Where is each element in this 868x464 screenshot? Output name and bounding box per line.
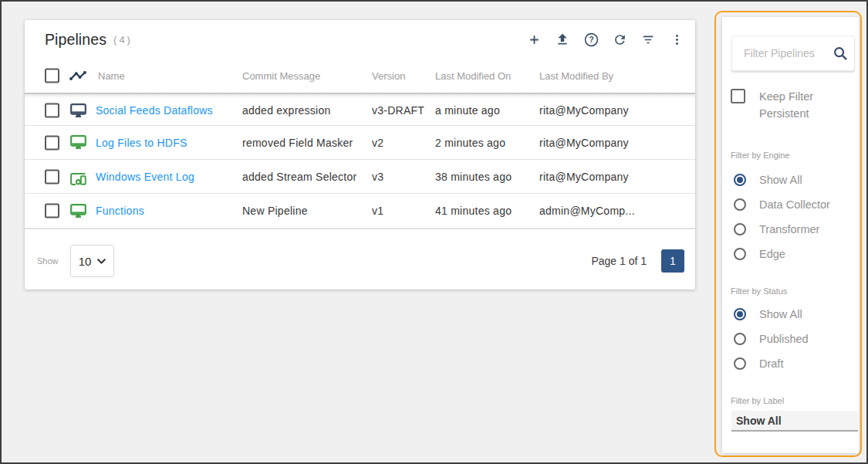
last-modified-by-cell: rita@MyCompany [539,137,629,149]
radio-label: Show All [759,308,802,320]
radio-button[interactable] [734,198,746,211]
search-icon[interactable] [833,46,848,61]
version-cell: v2 [372,137,383,149]
version-cell: v3-DRAFT [372,104,424,117]
radio-label: Draft [759,357,783,370]
svg-text:?: ? [589,35,594,44]
group-heading-filter-by-status: Filter by Status [731,286,787,296]
radio-option-data-collector[interactable]: Data Collector [722,192,859,217]
commit-message-cell: added Stream Selector [242,171,356,183]
import-pipeline-button[interactable] [555,32,570,47]
radio-option-draft[interactable]: Draft [722,351,859,376]
radio-button[interactable] [734,223,746,235]
pipeline-name-link[interactable]: Functions [96,205,144,217]
table-header-separator [25,93,695,94]
last-modified-by-cell: rita@MyCompany [539,171,629,183]
version-cell: v1 [372,205,383,217]
filter-icon [641,32,655,46]
add-pipeline-button[interactable] [526,32,542,47]
filter-by-label-heading: Filter by Label [731,396,784,405]
pipelines-card: Pipelines (4) ? Name Commit Message Vers… [25,20,695,290]
filter-sidebar: Filter Pipelines Keep Filter Persistent … [722,17,859,453]
row-checkbox[interactable] [45,204,59,218]
filter-toggle-button[interactable] [640,32,656,47]
chevron-down-icon [97,259,106,264]
last-modified-on-cell: 2 minutes ago [435,137,505,149]
column-header-version: Version [372,70,405,82]
last-modified-on-cell: 38 minutes ago [435,171,512,183]
column-header-last-modified-by: Last Modified By [539,70,613,82]
timeline-icon [69,71,86,81]
row-checkbox[interactable] [45,135,59,150]
upload-icon [556,32,569,46]
radio-option-show-all[interactable]: Show All [722,302,859,327]
radio-button[interactable] [734,174,746,186]
radio-label: Show All [759,174,802,186]
last-modified-on-cell: 41 minutes ago [435,205,512,217]
add-icon [528,33,541,46]
refresh-button[interactable] [612,32,627,47]
label-filter-value: Show All [736,415,782,427]
commit-message-cell: removed Field Masker [242,137,353,149]
page-1-button[interactable]: 1 [661,249,684,273]
label-filter-select[interactable]: Show All [731,411,858,432]
radio-option-show-all[interactable]: Show All [722,168,859,192]
page-title: Pipelines [45,31,106,49]
row-checkbox[interactable] [45,103,59,118]
keep-filter-label: Keep Filter Persistent [759,88,836,122]
monitor-icon [69,135,86,151]
keep-filter-checkbox[interactable] [731,89,745,103]
filter-pipelines-searchbox[interactable]: Filter Pipelines [731,36,855,71]
pipeline-name-link[interactable]: Log Files to HDFS [96,137,187,149]
search-placeholder: Filter Pipelines [744,47,833,59]
pipeline-count: (4) [113,34,133,46]
pipeline-name-link[interactable]: Social Feeds Dataflows [96,104,213,117]
last-modified-by-cell: rita@MyCompany [539,104,629,117]
devices-icon [69,169,86,185]
radio-label: Transformer [759,223,819,235]
refresh-icon [613,32,627,47]
radio-option-transformer[interactable]: Transformer [722,217,859,242]
row-checkbox[interactable] [45,169,59,184]
radio-option-edge[interactable]: Edge [722,242,859,266]
monitor-icon [69,203,86,218]
more-actions-button[interactable] [669,32,684,47]
show-label: Show [37,256,59,266]
table-row: FunctionsNew Pipelinev141 minutes agoadm… [25,194,695,229]
column-header-name: Name [98,70,125,82]
help-icon: ? [584,32,599,47]
table-row: Log Files to HDFSremoved Field Maskerv22… [25,126,695,160]
radio-label: Edge [759,248,785,260]
toolbar: ? [526,32,684,47]
more-vert-icon [670,33,684,46]
app-frame: Pipelines (4) ? Name Commit Message Vers… [0,0,868,464]
radio-button[interactable] [734,248,746,260]
last-modified-by-cell: admin@MyComp... [539,205,635,217]
radio-option-published[interactable]: Published [722,327,859,351]
table-header-row: Name Commit Message Version Last Modifie… [25,65,695,86]
column-header-commit-message: Commit Message [242,70,320,82]
select-all-checkbox[interactable] [45,69,59,83]
commit-message-cell: New Pipeline [242,205,308,217]
table-row: Windows Event Logadded Stream Selectorv3… [25,160,695,194]
pipeline-name-link[interactable]: Windows Event Log [96,171,194,183]
radio-label: Data Collector [759,198,830,211]
monitor-icon [69,103,86,118]
radio-button[interactable] [734,357,746,370]
page-size-value: 10 [79,255,92,268]
table-row: Social Feeds Dataflowsadded expressionv3… [25,96,695,126]
radio-button[interactable] [734,333,746,345]
column-header-last-modified-on: Last Modified On [435,70,511,82]
page-size-select[interactable]: 10 [70,245,114,277]
table-footer: Show 10 Page 1 of 1 1 [25,229,695,290]
radio-label: Published [759,333,809,345]
page-info: Page 1 of 1 [591,255,647,267]
radio-button[interactable] [734,308,746,320]
card-title-row: Pipelines (4) [45,20,133,59]
group-heading-filter-by-engine: Filter by Engine [731,151,789,160]
help-button[interactable]: ? [583,32,599,47]
last-modified-on-cell: a minute ago [435,104,500,117]
commit-message-cell: added expression [242,104,331,117]
version-cell: v3 [372,171,383,183]
